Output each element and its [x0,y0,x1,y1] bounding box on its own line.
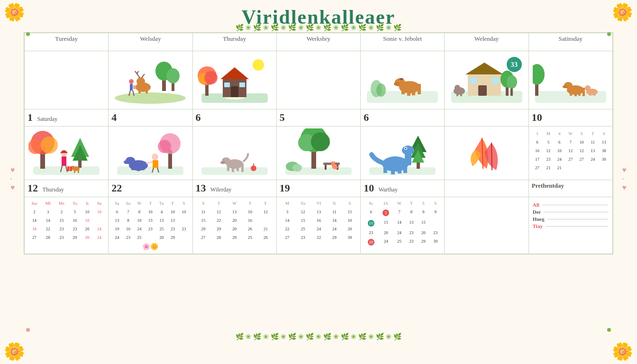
svg-rect-103 [227,163,229,171]
svg-rect-77 [62,156,66,166]
svg-point-4 [166,68,180,83]
svg-rect-22 [231,86,238,97]
deer-scene-svg [112,53,188,105]
week-badge: 33 [507,57,522,72]
svg-point-72 [41,136,58,154]
calendar-container: Turesday Welsday Thursday Werksbry Sonie… [24,32,613,255]
svg-rect-60 [578,87,581,96]
num-cell-3-3: 19 [276,180,360,197]
svg-rect-53 [460,91,462,96]
svg-rect-17 [133,85,136,89]
flower-deco-cal1: 🌸🌼 [111,243,189,251]
svg-point-96 [152,154,158,160]
dot-br [607,328,611,332]
svg-rect-133 [398,163,401,173]
num-cell-2-5 [445,109,528,127]
img-cell-0-1 [109,51,192,109]
legend-item-tiay: Tiay [533,223,609,229]
number-row-2: 1 Saturday 4 6 5 6 10 [25,109,613,127]
num-cell-2-2: 6 [192,109,276,127]
svg-rect-43 [478,85,487,96]
img-cell-0-6 [528,51,612,109]
garland-bottom: 🌿❀🌿❀🌿❀🌿❀🌿❀🌿❀🌿❀🌿❀🌿❀🌿 [28,332,609,341]
mini-cal-1: SaSuWTTuFS 6781041010 13810131313 191624… [109,197,192,254]
svg-point-109 [251,165,256,171]
num-cell-3-4: 10 Warthay [361,180,445,197]
svg-rect-66 [593,90,595,96]
svg-rect-65 [589,90,591,96]
svg-rect-44 [470,78,477,83]
svg-point-136 [402,146,414,155]
illus-cell-2-6: 1 M 4 W S T S 6567101113 16121012121 [528,127,612,180]
illus-cell-2-1 [109,127,192,180]
col-header-1: Welsday [109,33,192,51]
svg-rect-35 [407,85,410,96]
mini-cal-row: Sui MI Mv Tu It Sa 23251010 1414151610 1… [25,197,613,254]
autumn-leaves-svg [449,128,525,176]
house-scene-svg [197,53,273,105]
col-header-4: Sonie v. Jebolet [361,33,445,51]
svg-rect-92 [137,164,140,171]
num-cell-2-0: 1 Saturday [25,109,109,127]
svg-point-39 [394,82,400,86]
svg-point-108 [220,161,225,164]
svg-rect-105 [237,163,239,171]
page-wrapper: 🌼 🌼 🌼 🌼 ♥ • ♥ ♥ • ♥ 🌿❀🌿❀🌿❀🌿❀🌿❀🌿❀🌿❀🌿❀🌿❀🌿 … [0,0,637,364]
img-cell-0-2 [192,51,276,109]
horse-scene-svg [364,53,440,105]
img-cell-0-4 [361,51,445,109]
flower-decoration-tr: 🌼 [612,4,633,21]
mini-cal-2: STWTF 1112131012 15222016 2929202621 272… [192,197,276,254]
num-cell-3-2: 13 Wilerday [192,180,276,197]
flower-decoration-tl: 🌼 [4,4,25,21]
num-cell-2-6: 10 [528,109,612,127]
illus-cell-2-2 [192,127,276,180]
svg-point-29 [253,59,264,71]
svg-point-51 [455,85,460,91]
dot-bl [26,328,30,332]
svg-point-32 [376,83,386,97]
svg-point-123 [331,161,333,166]
svg-point-63 [563,85,567,88]
img-cell-0-3 [276,51,360,109]
num-cell-2-1: 4 [109,109,192,127]
svg-line-12 [137,71,138,74]
calendar-table: Turesday Welsday Thursday Werksbry Sonie… [24,33,613,254]
illus-cell-2-4 [361,127,445,180]
deer-field-svg [533,53,609,105]
img-cell-0-5: 33 [445,51,528,109]
svg-point-56 [533,64,545,85]
svg-rect-36 [412,85,415,95]
svg-rect-132 [391,164,395,174]
garland-top: 🌿❀🌿❀🌿❀🌿❀🌿❀🌿❀🌿❀🌿❀🌿❀🌿 [28,23,609,32]
svg-rect-97 [153,160,158,168]
illus-row-2: 1 M 4 W S T S 6567101113 16121012121 [25,127,613,180]
img-cell-0-0 [25,51,109,109]
num-cell-3-0: 12 Thursday [25,180,109,197]
col-header-2: Thursday [192,33,276,51]
col-header-6: Satinsday [528,33,612,51]
child-goat-svg [112,128,188,176]
svg-rect-86 [117,166,183,175]
svg-point-49 [507,75,517,89]
num-cell-2-4: 6 [361,109,445,127]
num-cell-3-6: Prethentday [528,180,612,197]
svg-rect-45 [492,78,499,83]
mini-cal-3: MTnVITiS 312131115 1415161410 2225242420… [276,197,360,254]
illus-cell-2-0 [25,127,109,180]
svg-rect-104 [232,164,234,172]
mini-cal-4: ScIAWTSS 6 5 7899 10 15141315 2320242320… [361,197,445,254]
svg-point-120 [292,164,302,172]
side-decoration-left: ♥ • ♥ [10,166,15,192]
legend-item-hueg: Hueg [533,216,609,222]
header-row: Turesday Welsday Thursday Werksbry Sonie… [25,33,613,51]
svg-point-8 [136,77,145,86]
svg-rect-61 [582,88,585,96]
svg-point-67 [585,85,591,91]
svg-rect-59 [574,88,577,96]
svg-point-95 [124,160,129,164]
number-row-3: 12 Thursday 22 13 Wilerday 19 10 Warthay… [25,180,613,197]
svg-point-124 [333,161,335,166]
flower-decoration-br: 🌼 [612,343,633,360]
col-header-3: Werksbry [276,33,360,51]
